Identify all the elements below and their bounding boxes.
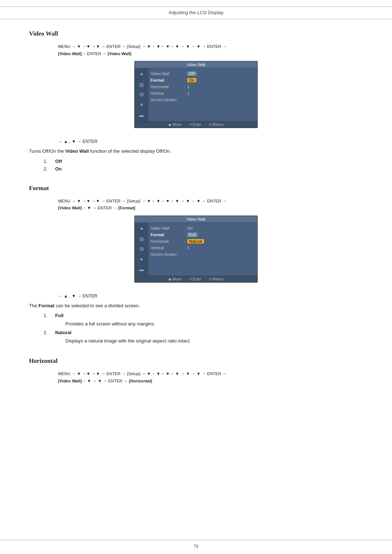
- footer-move: ◆ Move: [168, 123, 181, 127]
- footer-enter: ⏎ Enter: [189, 123, 201, 127]
- fmt-row-label-2: Horizontal: [151, 239, 183, 243]
- gear-icon: ⚙: [139, 91, 144, 98]
- menu-icons-vw: ✦ ▤ ⚙ ✦ ▬: [135, 68, 148, 121]
- menu-row-2: Horizontal : 1: [151, 83, 254, 90]
- nav-path-line2-vw: [Video Wall]→ ENTER → [Video Wall]: [58, 52, 131, 56]
- row-value-2: 1: [187, 85, 189, 89]
- row-value-1: On: [187, 78, 196, 82]
- nav-path-video-wall: MENU → ▼ →▼ →▼ → ENTER → [Setup] → ▼→ ▼→…: [58, 43, 363, 57]
- item-label-2: On: [55, 166, 62, 172]
- fmt-row-label-3: Vertical: [151, 246, 183, 250]
- menu-footer-vw: ◆ Move ⏎ Enter ↺ Return: [135, 121, 257, 128]
- return-icon: ↺: [209, 123, 212, 127]
- row-colon-0: :: [185, 71, 186, 76]
- fmt-pic-icon: ▤: [139, 236, 144, 242]
- move-label: Move: [172, 123, 181, 127]
- row-label-1: Format: [151, 78, 183, 82]
- menu-row-4: Screen Divider: [151, 97, 254, 103]
- fmt-settings-icon: ✦: [139, 257, 144, 262]
- list-item-1-vw: 1. Off: [44, 159, 363, 164]
- content: Video Wall MENU → ▼ →▼ →▼ → ENTER → [Set…: [0, 19, 392, 540]
- fmt-row-value-1: Full: [187, 233, 197, 237]
- return-label: Return: [213, 123, 224, 127]
- footer-return: ↺ Return: [209, 123, 224, 127]
- fmt-menu-row-2: Horizontal : Natural: [151, 238, 254, 245]
- menu-rows-fmt: Video Wall : On Format : Full Horizontal: [148, 223, 257, 276]
- row-label-4: Screen Divider: [151, 98, 183, 102]
- list-item-2-vw: 2. On: [44, 166, 363, 172]
- row-colon-3: :: [185, 91, 186, 95]
- numbered-list-fmt: 1. Full Provides a full screen without a…: [44, 313, 363, 344]
- fmt-gear-icon: ⚙: [139, 246, 144, 253]
- fmt-item-label-2: Natural: [55, 330, 72, 335]
- fmt-menu-row-1: Format : Full: [151, 231, 254, 238]
- fmt-icon-2: ▤: [136, 234, 147, 244]
- fmt-return-label: Return: [213, 277, 224, 281]
- icon-item-1: ✦: [136, 70, 147, 79]
- row-label-3: Vertical: [151, 91, 183, 95]
- fmt-star-icon: ✦: [139, 226, 144, 232]
- fmt-item-num-1: 1.: [44, 313, 51, 318]
- fmt-row-colon-3: :: [185, 246, 186, 250]
- move-icon: ◆: [168, 123, 171, 127]
- item-label-1: Off: [55, 159, 62, 164]
- page-header: Adjusting the LCD Display: [0, 7, 392, 19]
- nav-path-line1-hz: MENU → ▼ →▼ →▼ → ENTER → [Setup] → ▼→ ▼→…: [58, 372, 226, 376]
- page-container: Adjusting the LCD Display Video Wall MEN…: [0, 0, 392, 554]
- fmt-footer-return: ↺ Return: [209, 277, 224, 281]
- nav-path-line1-vw: MENU → ▼ →▼ →▼ → ENTER → [Setup] → ▼→ ▼→…: [58, 44, 226, 49]
- nav-path-format: MENU → ▼ →▼ →▼ → ENTER → [Setup] → ▼→ ▼→…: [58, 198, 363, 212]
- fmt-menu-row-3: Vertical : 1: [151, 245, 254, 251]
- menu-screenshot-wrapper-vw: Video Wall ✦ ▤ ⚙ ✦ ▬ Video Wall :: [29, 61, 363, 134]
- section-title-format: Format: [29, 185, 363, 192]
- fmt-icon-1: ✦: [136, 224, 147, 234]
- fmt-row-colon-1: :: [185, 233, 186, 237]
- menu-screenshot-wrapper-fmt: Video Wall ✦ ▤ ⚙ ✦ ▬ Video Wall :: [29, 216, 363, 288]
- icon-item-3: ⚙: [136, 90, 147, 99]
- numbered-list-vw: 1. Off 2. On: [44, 159, 363, 172]
- nav-path-line1-fmt: MENU → ▼ →▼ →▼ → ENTER → [Setup] → ▼→ ▼→…: [58, 199, 226, 203]
- fmt-row-colon-2: :: [185, 239, 186, 243]
- section-title-horizontal: Horizontal: [29, 357, 363, 365]
- arrow-instruction-fmt: → ▲ , ▼ → ENTER: [58, 294, 363, 299]
- fmt-row-colon-0: :: [185, 226, 186, 230]
- menu-screenshot-fmt: Video Wall ✦ ▤ ⚙ ✦ ▬ Video Wall :: [134, 216, 258, 283]
- picture-icon: ▤: [139, 82, 144, 87]
- fmt-list-item-2: 2. Natural: [44, 330, 363, 335]
- fmt-move-icon: ◆: [168, 277, 171, 281]
- fmt-row-value-2: Natural: [187, 239, 204, 243]
- section-horizontal: Horizontal MENU → ▼ →▼ →▼ → ENTER → [Set…: [29, 357, 363, 385]
- fmt-row-label-1: Format: [151, 233, 183, 237]
- star-icon: ✦: [139, 71, 144, 78]
- fmt-icon-5: ▬: [136, 265, 147, 274]
- description-vw: Turns Off/On the Video Wall function of …: [29, 148, 363, 155]
- fmt-display-icon: ▬: [139, 267, 144, 272]
- fmt-sub-desc-1: Provides a full screen without any margi…: [65, 320, 363, 328]
- item-num-2: 2.: [44, 166, 51, 172]
- icon-item-4: ✦: [136, 100, 147, 110]
- item-num-1: 1.: [44, 159, 51, 164]
- fmt-enter-icon: ⏎: [189, 277, 192, 281]
- row-colon-1: :: [185, 78, 186, 82]
- nav-path-horizontal: MENU → ▼ →▼ →▼ → ENTER → [Setup] → ▼→ ▼→…: [58, 370, 363, 385]
- menu-row-3: Vertical : 1: [151, 90, 254, 97]
- menu-body-fmt: ✦ ▤ ⚙ ✦ ▬ Video Wall : On: [135, 223, 257, 276]
- bold-video-wall: Video Wall: [65, 148, 89, 154]
- bold-format: Format: [38, 303, 54, 308]
- menu-icons-fmt: ✦ ▤ ⚙ ✦ ▬: [135, 223, 148, 276]
- fmt-row-label-0: Video Wall: [151, 226, 183, 230]
- fmt-item-label-1: Full: [55, 313, 64, 318]
- page-footer: 76: [0, 540, 392, 554]
- nav-path-line2-hz: [Video Wall]→ ▼ → ▼ → ENTER → [Horizonta…: [58, 379, 152, 383]
- fmt-return-icon: ↺: [209, 277, 212, 281]
- fmt-row-value-3: 1: [187, 246, 189, 250]
- menu-body-vw: ✦ ▤ ⚙ ✦ ▬ Video Wall : Off: [135, 68, 257, 121]
- enter-label: Enter: [193, 123, 201, 127]
- section-format: Format MENU → ▼ →▼ →▼ → ENTER → [Setup] …: [29, 185, 363, 345]
- arrow-instruction-vw: → ▲ , ▼ → ENTER: [58, 139, 363, 144]
- menu-screenshot-vw: Video Wall ✦ ▤ ⚙ ✦ ▬ Video Wall :: [134, 61, 258, 128]
- display-icon: ▬: [139, 112, 144, 118]
- fmt-icon-4: ✦: [136, 255, 147, 264]
- settings-icon: ✦: [139, 102, 144, 108]
- menu-rows-vw: Video Wall : Off Format : On Horizontal: [148, 68, 257, 121]
